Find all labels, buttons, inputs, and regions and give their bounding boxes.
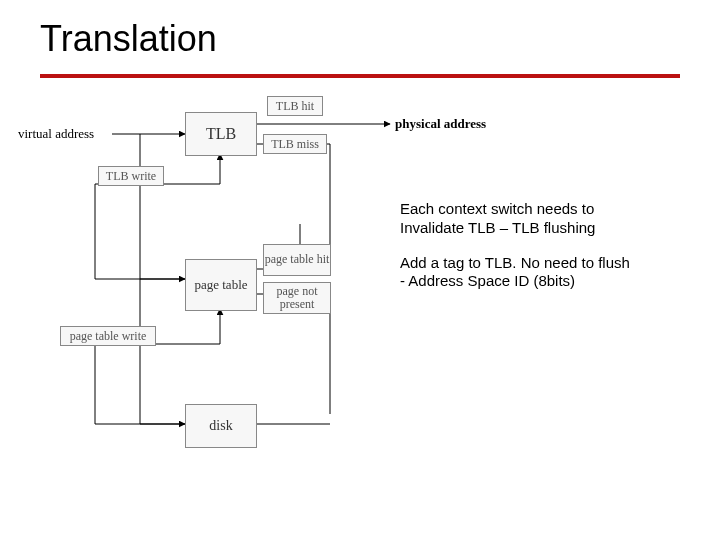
note-line: - Address Space ID (8bits) [400,272,575,289]
box-disk: disk [185,404,257,448]
title-rule [40,74,680,78]
label-page-not-present: page not present [263,282,331,314]
explanatory-notes: Each context switch needs to Invalidate … [400,200,720,307]
box-tlb: TLB [185,112,257,156]
note-context-switch: Each context switch needs to Invalidate … [400,200,720,238]
box-page-table: page table [185,259,257,311]
note-line: Each context switch needs to [400,200,594,217]
translation-diagram: virtual address physical address TLB TLB… [0,84,720,540]
label-tlb-write: TLB write [98,166,164,186]
label-page-table-write: page table write [60,326,156,346]
diagram-wires [0,84,720,540]
note-asid: Add a tag to TLB. No need to flush - Add… [400,254,720,292]
label-virtual-address: virtual address [18,126,94,142]
label-physical-address: physical address [395,116,486,132]
label-tlb-hit: TLB hit [267,96,323,116]
page-title: Translation [40,18,217,60]
note-line: Invalidate TLB – TLB flushing [400,219,595,236]
note-line: Add a tag to TLB. No need to flush [400,254,630,271]
label-tlb-miss: TLB miss [263,134,327,154]
slide: Translation [0,0,720,540]
label-page-table-hit: page table hit [263,244,331,276]
